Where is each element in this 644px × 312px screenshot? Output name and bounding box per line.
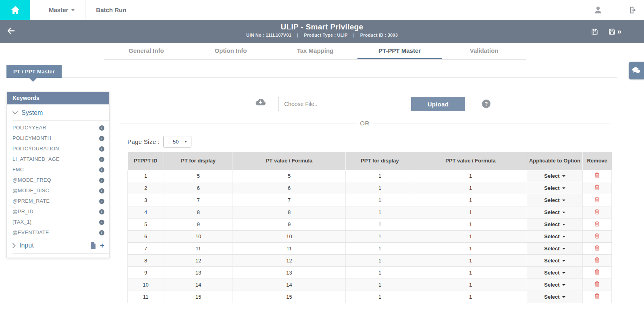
applicable-option-select[interactable]: Select <box>544 185 565 191</box>
nav-batch-run-label: Batch Run <box>96 6 126 13</box>
keyword-item[interactable]: @MODE_DISCi <box>7 185 109 196</box>
remove-row-button[interactable] <box>594 220 600 227</box>
info-icon[interactable]: i <box>99 178 104 183</box>
remove-row-button[interactable] <box>594 184 600 190</box>
table-cell: 1 <box>346 242 414 254</box>
save-and-next-button[interactable]: » <box>608 27 621 36</box>
info-icon[interactable]: i <box>99 199 104 204</box>
dropdown-caret-icon <box>562 224 565 225</box>
choose-file-input[interactable] <box>278 97 411 111</box>
table-row: 7111111Select <box>128 242 612 254</box>
keywords-group-input[interactable]: Input + <box>7 239 109 253</box>
user-profile-button[interactable] <box>574 0 622 20</box>
trash-icon <box>594 172 600 178</box>
product-tab-bar: General InfoOption InfoTax MappingPT-PPT… <box>104 43 526 60</box>
info-icon[interactable]: i <box>99 230 104 235</box>
keyword-item[interactable]: @MODE_FREQi <box>7 175 109 185</box>
section-divider <box>6 77 617 78</box>
keyword-item[interactable]: @PR_IDi <box>7 206 109 217</box>
dropdown-caret-icon <box>562 248 565 250</box>
remove-row-button[interactable] <box>594 172 600 178</box>
info-icon[interactable]: i <box>99 188 104 193</box>
remove-row-button[interactable] <box>594 196 600 202</box>
tab-validation[interactable]: Validation <box>442 43 526 59</box>
info-icon[interactable]: i <box>99 146 104 152</box>
info-icon[interactable]: i <box>99 157 104 162</box>
info-icon[interactable]: i <box>99 220 104 225</box>
remove-row-button[interactable] <box>594 257 600 263</box>
applicable-option-select[interactable]: Select <box>544 282 565 288</box>
trash-icon <box>594 245 600 251</box>
save-button[interactable] <box>591 28 598 35</box>
applicable-option-select[interactable]: Select <box>544 294 565 300</box>
keyword-item[interactable]: [TAX_1]i <box>7 217 109 227</box>
keyword-label: POLICYYEAR <box>12 125 46 131</box>
table-cell-applicable-option: Select <box>527 242 583 254</box>
keyword-label: LI_ATTAINED_AGE <box>12 156 60 162</box>
help-icon[interactable]: ? <box>482 100 490 108</box>
table-cell-remove <box>583 194 612 206</box>
logout-button[interactable] <box>622 0 644 20</box>
table-row: 8121211Select <box>128 254 612 266</box>
file-icon[interactable] <box>90 242 96 249</box>
applicable-option-select[interactable]: Select <box>544 197 565 203</box>
applicable-option-select[interactable]: Select <box>544 245 565 252</box>
keyword-item[interactable]: POLICYMONTHi <box>7 133 109 144</box>
applicable-option-select[interactable]: Select <box>544 209 565 215</box>
comments-button[interactable] <box>629 62 644 79</box>
upload-button[interactable]: Upload <box>411 97 465 111</box>
remove-row-button[interactable] <box>594 208 600 214</box>
table-cell: 1 <box>346 266 414 279</box>
applicable-option-select[interactable]: Select <box>544 270 565 276</box>
table-cell-applicable-option: Select <box>527 194 583 206</box>
keyword-item[interactable]: POLICYYEARi <box>7 123 109 133</box>
applicable-option-select[interactable]: Select <box>544 233 565 239</box>
table-cell: 13 <box>164 266 233 279</box>
section-tab-pt-ppt-master[interactable]: PT / PPT Master <box>6 65 62 78</box>
dropdown-caret-icon <box>562 260 565 262</box>
nav-menu-batch-run[interactable]: Batch Run <box>85 0 137 20</box>
remove-row-button[interactable] <box>594 245 600 251</box>
table-cell: 8 <box>164 206 233 218</box>
keyword-label: FMC <box>12 167 24 173</box>
table-cell-remove <box>583 230 612 242</box>
applicable-option-select[interactable]: Select <box>544 258 565 264</box>
table-cell: 1 <box>346 218 414 230</box>
keyword-item[interactable]: LI_ATTAINED_AGEi <box>7 154 109 164</box>
keywords-group-system[interactable]: System <box>7 104 109 120</box>
home-button[interactable] <box>0 0 30 20</box>
keyword-label: @MODE_DISC <box>12 188 49 193</box>
add-input-keyword-button[interactable]: + <box>100 243 104 248</box>
table-cell: 1 <box>346 182 414 194</box>
tab-pt-ppt-master[interactable]: PT-PPT Master <box>357 43 442 59</box>
top-navigation: Master Batch Run <box>0 0 644 20</box>
table-cell: 1 <box>414 291 527 303</box>
info-icon[interactable]: i <box>99 209 104 214</box>
table-cell: 10 <box>164 230 233 242</box>
page-size-select[interactable]: 50 ▼ <box>163 136 191 148</box>
applicable-option-select[interactable]: Select <box>544 173 565 179</box>
remove-row-button[interactable] <box>594 233 600 239</box>
table-cell-applicable-option: Select <box>527 170 583 182</box>
remove-row-button[interactable] <box>594 269 600 275</box>
applicable-option-select[interactable]: Select <box>544 221 565 227</box>
keyword-item[interactable]: POLICYDURATIONi <box>7 144 109 154</box>
remove-row-button[interactable] <box>594 293 600 299</box>
keyword-item[interactable]: @EVENTDATEi <box>7 227 109 238</box>
info-icon[interactable]: i <box>99 167 104 173</box>
keyword-item[interactable]: FMCi <box>7 164 109 175</box>
keyword-item[interactable]: @PREM_RATEi <box>7 196 109 206</box>
nav-menu-master[interactable]: Master <box>38 0 85 20</box>
keyword-label: @PR_ID <box>12 209 33 214</box>
tab-option-info[interactable]: Option Info <box>189 43 273 59</box>
trash-icon <box>594 196 600 202</box>
tab-general-info[interactable]: General Info <box>104 43 189 59</box>
column-header: PPT value / Formula <box>414 152 527 170</box>
table-cell: 1 <box>346 279 414 291</box>
column-header: Remove <box>583 152 612 170</box>
info-icon[interactable]: i <box>99 136 104 141</box>
info-icon[interactable]: i <box>99 125 104 131</box>
download-template-button[interactable] <box>255 98 266 108</box>
tab-tax-mapping[interactable]: Tax Mapping <box>273 43 357 59</box>
remove-row-button[interactable] <box>594 281 600 287</box>
